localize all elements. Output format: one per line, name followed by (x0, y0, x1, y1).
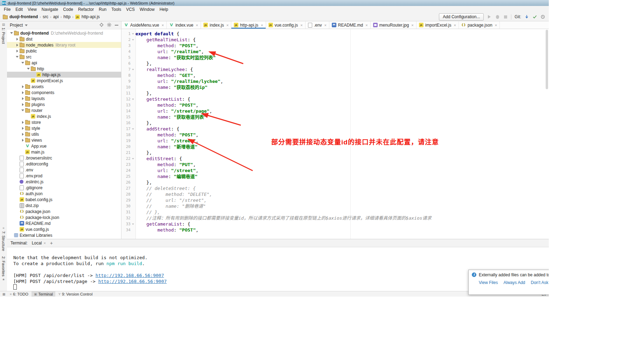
tree-item-assets[interactable]: assets (7, 84, 121, 90)
tool-button-project[interactable]: ▤1: Project (0, 23, 7, 44)
menu-item-refactor[interactable]: Refactor (76, 7, 96, 12)
tree-item-importExcel.js[interactable]: JSimportExcel.js (7, 78, 121, 84)
close-icon[interactable]: × (261, 23, 263, 27)
tree-item-layouts[interactable]: layouts (7, 95, 121, 101)
git-commit-icon[interactable] (532, 14, 537, 19)
chevron-right-icon[interactable] (15, 48, 20, 54)
chevron-right-icon[interactable] (15, 36, 20, 42)
menu-item-edit[interactable]: Edit (13, 7, 25, 12)
tree-item-package.json[interactable]: {}package.json (7, 208, 121, 214)
notification-action[interactable]: View Files (479, 280, 498, 285)
tree-item-vue.config.js[interactable]: JSvue.config.js (7, 226, 121, 232)
close-icon[interactable]: × (43, 241, 46, 245)
tab-.env[interactable]: .env× (306, 21, 329, 29)
statusbar-terminal-button[interactable]: ▣Terminal (31, 291, 55, 297)
tree-item-External Libraries[interactable]: External Libraries (7, 232, 121, 238)
tree-item-index.js[interactable]: JSindex.js (7, 113, 121, 119)
tree-item-router[interactable]: router (7, 107, 121, 113)
tab-index.vue[interactable]: Vindex.vue× (167, 21, 201, 29)
debug-icon[interactable] (495, 14, 500, 19)
tree-item-App.vue[interactable]: VApp.vue (7, 143, 121, 149)
menu-item-tools[interactable]: Tools (109, 7, 124, 12)
tree-item-dist[interactable]: dist (7, 36, 121, 42)
tab-vue.config.js[interactable]: JSvue.config.js× (266, 21, 306, 29)
tab-package.json[interactable]: {}package.json× (459, 21, 500, 29)
notification-action[interactable]: Don't Ask Agai (531, 280, 549, 285)
menu-item-navigate[interactable]: Navigate (39, 7, 61, 12)
history-icon[interactable] (540, 14, 545, 19)
stop-icon[interactable] (503, 14, 508, 19)
breadcrumb-item[interactable]: src (43, 14, 48, 19)
tree-item-components[interactable]: components (7, 90, 121, 95)
chevron-right-icon[interactable] (20, 84, 25, 90)
menu-item-file[interactable]: File (1, 7, 13, 12)
terminal-tab-local[interactable]: Local × (32, 241, 46, 246)
close-icon[interactable]: × (411, 23, 413, 27)
menu-item-window[interactable]: Window (137, 7, 157, 12)
tree-item-plugins[interactable]: plugins (7, 101, 121, 107)
tree-item-.browserslistrc[interactable]: .browserslistrc (7, 155, 121, 161)
settings-gear-icon[interactable] (107, 23, 111, 28)
tree-item-.eslintrc.js[interactable]: .eslintrc.js (7, 179, 121, 185)
close-icon[interactable]: × (196, 23, 198, 27)
close-icon[interactable]: × (454, 23, 456, 27)
git-update-icon[interactable] (524, 14, 529, 19)
menu-item-code[interactable]: Code (61, 7, 76, 12)
statusbar-todo-button[interactable]: ≡6: TODO (7, 291, 31, 297)
tree-item-.env.prod[interactable]: .env.prod (7, 173, 121, 179)
tree-item-.editorconfig[interactable]: .editorconfig (7, 161, 121, 167)
tree-item-src[interactable]: src (7, 54, 121, 60)
tree-item-package-lock.json[interactable]: {}package-lock.json (7, 214, 121, 220)
breadcrumb-item[interactable]: http-api.js (82, 14, 100, 19)
close-icon[interactable]: × (365, 23, 368, 27)
close-icon[interactable]: × (226, 23, 229, 27)
tree-item-README.md[interactable]: MREADME.md (7, 220, 121, 226)
tab-AsideMenu.vue[interactable]: VAsideMenu.vue× (121, 21, 167, 29)
tool-button-structure[interactable]: ≡7: Structure (0, 226, 7, 251)
close-icon[interactable]: × (495, 23, 497, 27)
hide-panel-icon[interactable] (115, 25, 118, 26)
tree-item-main.js[interactable]: JSmain.js (7, 149, 121, 155)
code-editor[interactable]: 1export default {2 getRealTimeList: {3 m… (121, 29, 549, 239)
tool-button-favorites[interactable]: 2: Favorites★ (0, 256, 7, 281)
chevron-right-icon[interactable] (20, 131, 25, 137)
tree-item-http-api.js[interactable]: JShttp-api.js (7, 72, 121, 78)
chevron-down-icon[interactable] (15, 54, 20, 60)
close-icon[interactable]: × (300, 23, 302, 27)
chevron-right-icon[interactable] (20, 90, 25, 95)
tree-item-duoji-frontend[interactable]: duoji-frontendD:\zheheWeb\duoji-frontend (7, 30, 121, 36)
chevron-right-icon[interactable] (20, 125, 25, 131)
locate-icon[interactable] (99, 23, 104, 28)
new-terminal-icon[interactable]: + (50, 240, 53, 246)
close-icon[interactable]: × (162, 23, 164, 27)
breadcrumb-item[interactable]: api (53, 14, 59, 19)
tree-item-api[interactable]: api (7, 60, 121, 66)
tab-importExcel.js[interactable]: JSimportExcel.js× (416, 21, 459, 29)
breadcrumb-item[interactable]: duoji-frontend (9, 14, 38, 19)
tab-http-api.js[interactable]: JShttp-api.js× (231, 21, 266, 29)
menu-item-view[interactable]: View (25, 7, 39, 12)
project-panel-title[interactable]: Project (10, 23, 23, 28)
tool-window-switcher-icon[interactable]: ▦ (1, 292, 7, 296)
run-icon[interactable] (487, 14, 492, 19)
tree-item-.gitignore[interactable]: .gitignore (7, 185, 121, 191)
tree-item-public[interactable]: public (7, 48, 121, 54)
tree-item-http[interactable]: http (7, 66, 121, 72)
chevron-down-icon[interactable] (9, 30, 14, 36)
tab-index.js[interactable]: JSindex.js× (201, 21, 231, 29)
menu-item-help[interactable]: Help (157, 7, 171, 12)
chevron-right-icon[interactable] (20, 119, 25, 125)
tree-item-style[interactable]: style (7, 125, 121, 131)
chevron-right-icon[interactable] (15, 42, 20, 48)
tree-item-node_modules[interactable]: node_moduleslibrary root (7, 42, 121, 48)
tab-menuRouter.jpg[interactable]: menuRouter.jpg× (371, 21, 416, 29)
tree-item-utils[interactable]: utils (7, 131, 121, 137)
tree-item-views[interactable]: views (7, 137, 121, 143)
tree-item-store[interactable]: store (7, 119, 121, 125)
statusbar-vcs-button[interactable]: Y9: Version Control (56, 291, 95, 297)
tree-item-auth.json[interactable]: {}auth.json (7, 191, 121, 197)
breadcrumb-item[interactable]: http (63, 14, 70, 19)
menu-item-run[interactable]: Run (96, 7, 109, 12)
tab-README.md[interactable]: MREADME.md× (329, 21, 371, 29)
add-configuration-button[interactable]: Add Configuration... (439, 13, 484, 21)
